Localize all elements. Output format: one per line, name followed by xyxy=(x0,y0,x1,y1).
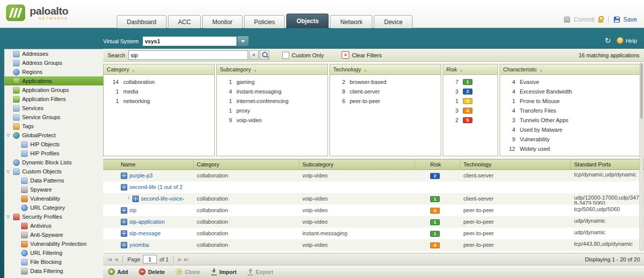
application-link[interactable]: sip-application xyxy=(129,219,165,225)
filter-item-prone-to-misuse[interactable]: 1Prone to Misuse xyxy=(500,96,639,106)
sidebar-item-spyware[interactable]: Spyware xyxy=(5,185,104,194)
filter-item-excessive-bandwidth[interactable]: 4Excessive Bandwidth xyxy=(500,86,639,96)
tab-dashboard[interactable]: Dashboard xyxy=(117,15,167,28)
sidebar-item-applications[interactable]: Applications xyxy=(5,76,104,85)
commit-button[interactable]: Commit xyxy=(574,16,594,23)
filter-item-risk-4[interactable]: 34 xyxy=(443,106,498,115)
column-header-technology[interactable]: Technology xyxy=(460,159,571,169)
application-link[interactable]: sip xyxy=(129,208,136,213)
filter-item-risk-1[interactable]: 71 xyxy=(443,77,498,86)
save-button[interactable]: Save xyxy=(623,16,637,23)
sidebar-item-address-groups[interactable]: Address Groups xyxy=(5,58,104,67)
tree-expander-icon[interactable] xyxy=(7,133,13,138)
filter-item-used-by-malware[interactable]: 4Used by Malware xyxy=(500,125,639,134)
filter-item-networking[interactable]: 1networking xyxy=(104,96,214,106)
filter-item-voip-video[interactable]: 9voip-video xyxy=(217,115,328,125)
sidebar-item-url-category[interactable]: URL Category xyxy=(5,203,104,212)
tab-device[interactable]: Device xyxy=(374,15,413,28)
application-link[interactable]: sip-message xyxy=(129,231,160,236)
virtual-system-dropdown-button[interactable] xyxy=(237,36,249,47)
search-button[interactable] xyxy=(260,50,269,60)
tab-acc[interactable]: ACC xyxy=(168,15,201,28)
tree-expander-icon[interactable] xyxy=(7,215,13,219)
clear-filters-button[interactable]: Clear Filters xyxy=(342,51,381,59)
filter-item-media[interactable]: 1media xyxy=(104,86,214,96)
filter-item-transfers-files[interactable]: 4Transfers Files xyxy=(500,106,639,115)
sidebar-item-dynamic-block-lists[interactable]: Dynamic Block Lists xyxy=(5,158,104,167)
table-row[interactable]: second-life (1 out of 2 xyxy=(103,181,644,193)
sidebar-item-globalprotect[interactable]: GlobalProtect xyxy=(5,131,104,140)
filter-header-characteristic[interactable]: Characteristic xyxy=(500,64,639,75)
scrollbar-thumb[interactable] xyxy=(640,63,642,119)
sidebar-item-vulnerability-protection[interactable]: Vulnerability Protection xyxy=(5,239,104,248)
sidebar-item-antivirus[interactable]: Antivirus xyxy=(5,221,104,230)
table-row[interactable]: yoombacollaborationvoip-video4peer-to-pe… xyxy=(103,239,644,251)
column-header-category[interactable]: Category xyxy=(194,159,299,169)
sidebar-item-hip-profiles[interactable]: HIP Profiles xyxy=(5,149,104,158)
column-header-standard-ports[interactable]: Standard Ports xyxy=(571,159,644,169)
application-link[interactable]: purple-p3 xyxy=(129,173,152,178)
lock-icon[interactable] xyxy=(598,19,603,23)
first-page-button[interactable] xyxy=(107,257,112,262)
sidebar-item-regions[interactable]: Regions xyxy=(5,67,104,76)
filter-item-peer-to-peer[interactable]: 6peer-to-peer xyxy=(330,96,441,106)
filter-item-risk-5[interactable]: 25 xyxy=(443,115,498,125)
sidebar-item-services[interactable]: Services xyxy=(5,104,104,113)
search-input[interactable] xyxy=(128,50,248,60)
column-header-name[interactable]: Name xyxy=(103,159,194,169)
filter-item-risk-2[interactable]: 32 xyxy=(443,86,498,96)
sidebar-item-data-patterns[interactable]: Data Patterns xyxy=(5,176,104,185)
export-button[interactable]: Export xyxy=(248,268,273,275)
sidebar-item-tags[interactable]: Tags xyxy=(5,122,104,131)
filter-item-vulnerability[interactable]: 9Vulnerability xyxy=(500,134,639,144)
filter-header-technology[interactable]: Technology xyxy=(330,64,441,75)
last-page-button[interactable] xyxy=(184,257,189,262)
sidebar-item-url-filtering[interactable]: URL Filtering xyxy=(5,248,104,257)
filter-item-instant-messaging[interactable]: 4instant-messaging xyxy=(217,86,328,96)
filter-item-client-server[interactable]: 8client-server xyxy=(330,86,441,96)
page-input[interactable] xyxy=(143,255,157,263)
application-link[interactable]: yoomba xyxy=(129,242,149,248)
sidebar-item-application-filters[interactable]: Application Filters xyxy=(5,95,104,104)
filter-item-widely-used[interactable]: 12Widely used xyxy=(500,144,639,153)
tree-expander-icon[interactable] xyxy=(7,169,13,174)
sidebar-item-custom-objects[interactable]: Custom Objects xyxy=(5,167,104,176)
tab-monitor[interactable]: Monitor xyxy=(202,15,243,28)
filter-header-risk[interactable]: Risk xyxy=(443,64,498,75)
sidebar-item-service-groups[interactable]: Service Groups xyxy=(5,113,104,122)
sidebar-item-hip-objects[interactable]: HIP Objects xyxy=(5,140,104,149)
filter-item-tunnels-other-apps[interactable]: 3Tunnels Other Apps xyxy=(500,115,639,125)
filter-item-risk-3[interactable]: 13 xyxy=(443,96,498,106)
filter-header-category[interactable]: Category xyxy=(104,64,214,75)
tab-network[interactable]: Network xyxy=(330,15,372,28)
tab-objects[interactable]: Objects xyxy=(286,14,329,28)
sidebar-item-application-groups[interactable]: Application Groups xyxy=(5,85,104,95)
filter-item-internet-conferencing[interactable]: 1internet-conferencing xyxy=(217,96,328,106)
application-link[interactable]: second-life (1 out of 2 xyxy=(129,184,183,190)
filter-item-gaming[interactable]: 1gaming xyxy=(217,77,328,86)
sidebar-item-vulnerability[interactable]: Vulnerability xyxy=(5,194,104,203)
filter-item-collaboration[interactable]: 14collaboration xyxy=(104,77,214,86)
table-row[interactable]: sip-messagecollaborationinstant-messagin… xyxy=(103,228,644,239)
sidebar-item-file-blocking[interactable]: File Blocking xyxy=(5,257,104,266)
refresh-icon[interactable] xyxy=(605,37,611,44)
table-row[interactable]: sipcollaborationvoip-video4peer-to-peert… xyxy=(103,205,644,216)
application-link[interactable]: second-life-voice- xyxy=(141,196,184,202)
filter-header-subcategory[interactable]: Subcategory xyxy=(217,64,328,75)
filter-item-proxy[interactable]: 1proxy xyxy=(217,106,328,115)
sidebar-item-anti-spyware[interactable]: Anti-Spyware xyxy=(5,230,104,239)
column-header-subcategory[interactable]: Subcategory xyxy=(299,159,415,169)
sidebar-item-security-profiles[interactable]: Security Profiles xyxy=(5,212,104,221)
add-button[interactable]: Add xyxy=(108,268,128,275)
delete-button[interactable]: Delete xyxy=(139,268,165,275)
virtual-system-select[interactable] xyxy=(142,36,237,46)
prev-page-button[interactable] xyxy=(114,257,118,262)
table-row[interactable]: second-life-voice-collaborationvoip-vide… xyxy=(103,193,644,205)
clear-search-button[interactable] xyxy=(249,50,259,60)
filter-item-browser-based[interactable]: 2browser-based xyxy=(330,77,441,86)
next-page-button[interactable] xyxy=(178,257,182,262)
help-button[interactable]: Help xyxy=(617,37,637,44)
table-row[interactable]: sip-applicationcollaborationvoip-video1p… xyxy=(103,216,644,228)
table-row[interactable]: purple-p3collaborationvoip-video2client-… xyxy=(103,170,644,181)
sidebar-item-data-filtering[interactable]: Data Filtering xyxy=(5,266,104,275)
